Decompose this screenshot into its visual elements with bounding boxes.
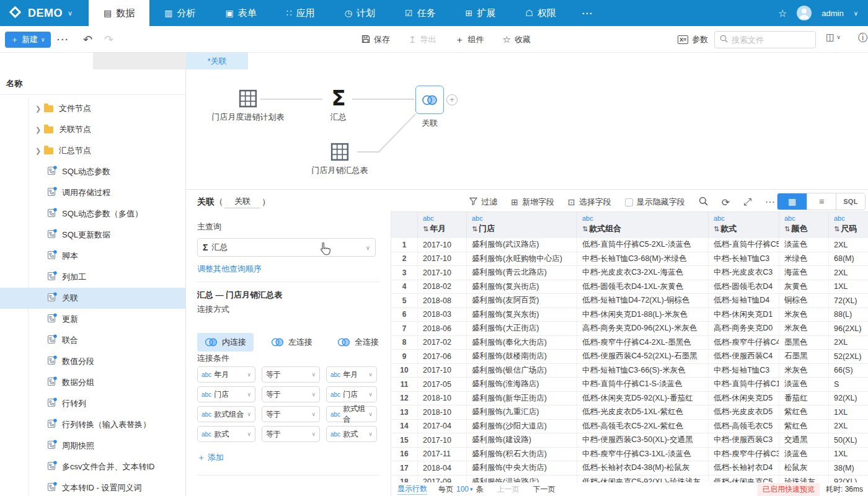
column-header[interactable]: abc ⇅门店 bbox=[467, 212, 577, 238]
node-plan-table[interactable]: 门店月度进销计划表 bbox=[198, 89, 298, 123]
tree-item-row[interactable]: 脚本 bbox=[0, 246, 186, 267]
redo-button[interactable]: ↷ bbox=[104, 32, 113, 48]
table-row[interactable]: 8 2017-02 盛利服饰(奉化大街店) 低档-瘦窄牛仔裤C4-2XL-墨黑色… bbox=[391, 336, 868, 350]
table-row[interactable]: 16 2017-11 盛利服饰(积石大街店) 中档-瘦窄牛仔裤C3-1XL-淡蓝… bbox=[391, 448, 868, 462]
search-icon[interactable] bbox=[699, 197, 708, 208]
document-tab-join[interactable]: *关联 bbox=[186, 53, 248, 69]
tree-item-row[interactable]: SQL动态参数 bbox=[0, 161, 186, 182]
component-button[interactable]: ＋ 组件 bbox=[455, 34, 484, 46]
table-row[interactable]: 6 2018-03 盛利服饰(复兴东街) 中档-休闲夹克D1-88(L)-米灰色… bbox=[391, 308, 868, 322]
nav-tab[interactable]: ∷ 应用 bbox=[272, 0, 330, 26]
tree-item-row[interactable]: SQL动态参数（多值） bbox=[0, 203, 186, 224]
panel-more-button[interactable]: ··· bbox=[765, 197, 775, 208]
nav-tab[interactable]: ⊞ 扩展 bbox=[450, 0, 510, 26]
right-field-select[interactable]: abc 年月 ∨ bbox=[326, 366, 377, 383]
left-field-select[interactable]: abc 款式 ∨ bbox=[197, 426, 255, 442]
right-field-select[interactable]: abc 款式组合 ∨ bbox=[326, 406, 377, 422]
tree-item-row[interactable]: 列加工 bbox=[0, 267, 186, 288]
right-field-select[interactable]: abc 门店 ∨ bbox=[326, 386, 377, 402]
operator-select[interactable]: 等于 ∨ bbox=[262, 366, 320, 383]
table-row[interactable]: 15 2017-10 盛利服饰(建设路) 中档-便服西装C3-50(XL)-交通… bbox=[391, 433, 868, 448]
search-input[interactable] bbox=[732, 35, 800, 45]
table-row[interactable]: 1 2017-10 盛利服饰(武汉路店) 低档-直筒牛仔裤C5-2XL-淡蓝色 … bbox=[391, 238, 868, 252]
parameters-button[interactable]: X= 参数 bbox=[678, 32, 708, 48]
workspace-switcher[interactable]: DEMO ∨ bbox=[0, 0, 84, 26]
node-aggregate[interactable]: Σ 汇总 bbox=[314, 88, 363, 123]
chevron-down-icon[interactable]: ▾ bbox=[470, 486, 473, 492]
table-row[interactable]: 9 2017-06 盛利服饰(鼓楼南街店) 低档-便服西装C4-52(2XL)-… bbox=[391, 350, 868, 364]
expand-icon[interactable]: ⤢ bbox=[743, 197, 751, 208]
tree-item-row[interactable]: 联合 bbox=[0, 330, 186, 351]
refresh-icon[interactable]: ⟳ bbox=[722, 197, 730, 208]
sidebar-tab[interactable] bbox=[0, 53, 93, 69]
user-menu-chevron-icon[interactable]: ∨ bbox=[854, 10, 858, 17]
tree-folder-row[interactable]: ❯ 关联节点 bbox=[0, 119, 186, 140]
favorite-button[interactable]: ☆ 收藏 bbox=[503, 34, 531, 45]
page-size-select[interactable]: 100 bbox=[456, 485, 469, 494]
add-condition-link[interactable]: ＋ 添加 bbox=[197, 452, 224, 463]
tree-item-row[interactable]: 行列转换（输入表替换） bbox=[0, 414, 186, 435]
tree-item-row[interactable]: 周期快照 bbox=[0, 435, 186, 456]
operator-select[interactable]: 等于 ∨ bbox=[262, 406, 320, 422]
nav-tab[interactable]: ▣ 表单 bbox=[211, 0, 272, 26]
tree-folder-row[interactable]: ❯ 汇总节点 bbox=[0, 140, 186, 161]
table-row[interactable]: 10 2017-10 盛利服饰(银信广场店) 中档-短袖T恤C3-66(S)-米… bbox=[391, 364, 868, 378]
nav-tab[interactable]: ☖ 权限 bbox=[510, 0, 571, 26]
tree-item-row[interactable]: 行转列 bbox=[0, 393, 186, 414]
new-button[interactable]: ＋ 新建 ∨ bbox=[5, 32, 51, 48]
filter-button[interactable]: 过滤 bbox=[469, 197, 497, 208]
sidebar-tab[interactable] bbox=[93, 53, 186, 69]
join-type-button[interactable]: 左连接 bbox=[264, 333, 320, 352]
tree-item-row[interactable]: 数值分段 bbox=[0, 351, 186, 372]
adjust-order-link[interactable]: 调整其他查询顺序 bbox=[197, 264, 262, 275]
tree-item-row[interactable]: 调用存储过程 bbox=[0, 182, 186, 203]
add-node-button[interactable]: + bbox=[446, 94, 458, 105]
table-row[interactable]: 11 2017-05 盛利服饰(淮海路店) 中档-直筒牛仔裤C1-S-淡蓝色 中… bbox=[391, 378, 868, 392]
column-header[interactable]: abc ⇅尺码 bbox=[829, 212, 868, 238]
user-avatar[interactable] bbox=[797, 6, 812, 20]
tree-item-row[interactable]: 文本转ID - 设置同义词 bbox=[0, 477, 186, 496]
nav-tab[interactable]: ▤ 数据 bbox=[89, 0, 149, 26]
tree-item-row[interactable]: 更新 bbox=[0, 309, 186, 330]
save-button[interactable]: 保存 bbox=[361, 34, 390, 45]
model-canvas[interactable]: 门店月度进销计划表 Σ 汇总 关联 + 门店月销汇总表 bbox=[186, 69, 868, 189]
operator-select[interactable]: 等于 ∨ bbox=[262, 426, 320, 442]
layout-toggle-button[interactable]: ◫ ∨ bbox=[826, 32, 841, 43]
user-name[interactable]: admin bbox=[822, 9, 843, 18]
node-name-input[interactable]: 关联 bbox=[224, 196, 260, 208]
table-row[interactable]: 17 2018-04 盛利服饰(中央大街店) 低档-长袖衬衣D4-38(M)-松… bbox=[391, 461, 868, 476]
show-rowcount-link[interactable]: 显示行数 bbox=[397, 484, 427, 495]
nav-tab[interactable]: ◷ 计划 bbox=[330, 0, 390, 26]
table-row[interactable]: 3 2017-10 盛利服饰(青云北路店) 中档-光皮皮衣C3-2XL-海蓝色 … bbox=[391, 266, 868, 280]
table-row[interactable]: 5 2018-08 盛利服饰(友阿百货) 低档-短袖T恤D4-72(XL)-铜棕… bbox=[391, 294, 868, 308]
table-view-button[interactable]: ▦ bbox=[777, 193, 807, 210]
nav-tab[interactable]: ☑ 任务 bbox=[390, 0, 451, 26]
node-sales-table[interactable]: 门店月销汇总表 bbox=[290, 143, 389, 176]
column-header[interactable]: abc ⇅款式组合 bbox=[577, 212, 709, 238]
left-field-select[interactable]: abc 门店 ∨ bbox=[197, 386, 255, 402]
info-button[interactable]: ⓘ bbox=[858, 32, 868, 45]
table-row[interactable]: 4 2018-02 盛利服饰(复兴街店) 低档-圆领毛衣D4-1XL-灰黄色 低… bbox=[391, 280, 868, 294]
tree-item-row[interactable]: 关联 bbox=[0, 288, 186, 309]
left-field-select[interactable]: abc 年月 ∨ bbox=[197, 366, 255, 383]
tree-item-row[interactable]: 多csv文件合并、文本转ID bbox=[0, 456, 186, 477]
tree-item-row[interactable]: SQL更新数据 bbox=[0, 224, 186, 246]
more-actions-button[interactable]: ··· bbox=[57, 32, 69, 48]
tree-folder-row[interactable]: ❯ 文件节点 bbox=[0, 98, 186, 119]
right-field-select[interactable]: abc 款式 ∨ bbox=[326, 426, 377, 442]
nav-more-button[interactable]: ··· bbox=[571, 0, 604, 26]
column-header[interactable]: abc ⇅款式 bbox=[709, 212, 779, 238]
add-field-button[interactable]: ⊞ 新增字段 bbox=[511, 197, 554, 208]
table-row[interactable]: 13 2018-10 盛利服饰(九重汇店) 低档-光皮皮衣D5-1XL-紫红色 … bbox=[391, 405, 868, 420]
tree-item-row[interactable]: 数据分组 bbox=[0, 372, 186, 393]
column-header[interactable]: abc ⇅年月 bbox=[418, 212, 467, 238]
checkbox-icon[interactable] bbox=[625, 198, 633, 206]
show-hidden-toggle[interactable]: 显示隐藏字段 bbox=[625, 197, 685, 208]
select-field-button[interactable]: ⊡ 选择字段 bbox=[568, 197, 611, 208]
main-query-select[interactable]: Σ 汇总 ∨ bbox=[197, 238, 376, 257]
undo-button[interactable]: ↶ bbox=[83, 32, 92, 48]
export-button[interactable]: ↥ 导出 bbox=[409, 34, 436, 45]
operator-select[interactable]: 等于 ∨ bbox=[262, 386, 320, 402]
table-row[interactable]: 14 2017-04 盛利服饰(沙阳大道店) 低档-高领毛衣C5-2XL-紫红色… bbox=[391, 420, 868, 434]
nav-tab[interactable]: ▥ 分析 bbox=[149, 0, 210, 26]
